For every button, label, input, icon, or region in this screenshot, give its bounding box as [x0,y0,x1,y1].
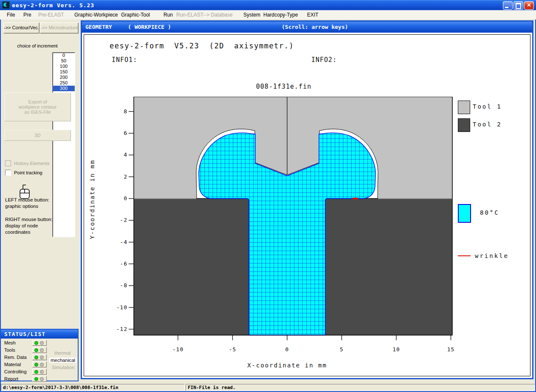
svg-text:-6: -6 [120,260,127,267]
info1-label: INFO1: [112,56,137,64]
status-led-button[interactable] [32,361,47,367]
svg-text:6: 6 [124,130,127,136]
increment-option-100[interactable]: 100 [53,64,75,69]
status-row-tools: Tools [1,347,48,354]
svg-text:4: 4 [124,151,127,158]
svg-text:10: 10 [392,346,400,353]
led-off-icon [40,341,44,345]
menu-item-run[interactable]: Run [164,12,173,18]
header-scroll-hint: (Scroll: arrow keys) [282,24,348,30]
status-row-mesh: Mesh [1,340,48,347]
simulation-plot[interactable]: 86420-2-4-6-8-10-12-10-5051015X-coordina… [115,97,454,372]
graphics-canvas-window: GEOMETRY ( WORKPIECE ) (Scroll: arrow ke… [81,20,533,379]
mouse-help-right: RIGHT mouse button: display of node coor… [5,216,53,235]
status-row-label: Mesh [4,340,16,345]
point-tracking-checkbox[interactable] [5,170,11,176]
status-row-controlling: Controlling [1,369,48,375]
header-geometry-label: GEOMETRY [85,24,112,30]
status-led-button[interactable] [32,340,47,346]
tab-microstructure[interactable]: ->> Microstructure [40,22,79,34]
status-row-material: Material [1,361,48,368]
status-led-button[interactable] [32,347,47,353]
threed-button[interactable]: 3D [4,130,71,141]
svg-text:0: 0 [124,195,127,202]
status-row-report: Report [1,376,48,383]
history-elements-label: History-Elements [14,161,50,166]
checkbox-row-history: History-Elements [5,160,50,166]
increment-label: choice of increment [0,43,75,48]
svg-text:2: 2 [124,174,127,180]
led-on-icon [34,341,38,345]
status-led-button[interactable] [32,369,47,375]
menu-item-pre[interactable]: Pre [23,12,31,18]
status-led-button[interactable] [32,354,47,360]
mode-thermal: thermal [54,350,71,356]
menu-item-hardcopy-type[interactable]: Hardcopy-Type [263,12,298,18]
menu-item-graphic-tool[interactable]: Graphic-Tool [121,12,150,18]
svg-text:5: 5 [340,346,344,353]
header-workpiece-label: ( WORKPIECE ) [128,24,171,30]
status-list-panel: STATUS/LIST MeshToolsRem. DataMaterialCo… [0,329,79,381]
status-row-rem-data: Rem. Data [1,354,48,361]
svg-text:-10: -10 [116,304,127,311]
canvas-body[interactable]: eesy-2-form V5.23 (2D axisymmetr.) INFO1… [82,33,532,378]
increment-listbox[interactable]: 050100150200250300 [52,52,75,237]
svg-text:-4: -4 [120,239,127,245]
temperature-swatch [458,204,471,223]
statusbar-file-path: d:\eesy-2-form\2017-3-3\008\008-1f31e.fi… [1,384,185,391]
status-row-label: Material [4,362,21,367]
svg-text:-5: -5 [229,346,237,353]
menu-item-exit[interactable]: EXIT [307,12,319,18]
status-panel-title[interactable]: STATUS/LIST [1,330,78,339]
legend-label-tool-1: Tool 1 [473,103,502,110]
history-elements-checkbox[interactable] [5,160,11,166]
menu-item-run-elast: Run-ELAST [176,12,203,18]
canvas-header: GEOMETRY ( WORKPIECE ) (Scroll: arrow ke… [82,22,532,33]
increment-option-0[interactable]: 0 [53,53,75,58]
legend-swatch-tool-2 [458,118,470,132]
info2-label: INFO2: [311,56,337,64]
close-button[interactable]: ✕ [524,1,534,10]
title-bar[interactable]: eesy-2-form Vers. 5.23 ✕ [0,0,536,10]
y-axis-label: Y-coordinate in mm [89,148,96,250]
status-row-label: Controlling [4,369,27,374]
status-rows: MeshToolsRem. DataMaterialControllingRep… [1,340,48,383]
maximize-button[interactable] [513,1,523,10]
wrinkle-legend-line [458,255,471,256]
tab-contour-vec[interactable]: ->> Contour/Vec. [3,22,39,34]
status-row-label: Report [4,376,18,381]
fin-file-label: 008-1f31e.fin [241,83,326,90]
maximize-icon [516,3,521,9]
mouse-help-left: LEFT mouse button: graphic options [5,197,49,210]
status-bar: d:\eesy-2-form\2017-3-3\008\008-1f31e.fi… [0,384,536,392]
status-row-label: Tools [4,347,15,353]
led-on-icon [34,363,38,367]
increment-option-50[interactable]: 50 [53,58,75,64]
point-tracking-label: Point tracking [14,170,42,175]
increment-option-300[interactable]: 300 [53,86,75,91]
led-on-icon [34,348,38,352]
status-led-button[interactable] [32,376,47,382]
led-off-icon [40,370,44,374]
led-off-icon [40,377,44,381]
led-off-icon [40,348,44,352]
checkbox-row-tracking: Point tracking [5,170,42,176]
svg-text:X-coordinate in mm: X-coordinate in mm [247,362,327,369]
menu-item-graphic-workpiece[interactable]: Graphic-Workpiece [74,12,118,18]
app-window: { "window": { "title": "eesy-2-form Vers… [0,0,536,392]
export-iges-button[interactable]: Export of workpiece contour as IGES-File [4,92,71,121]
led-on-icon [34,370,38,374]
minimize-button[interactable] [503,1,513,10]
mode-simulation: Simulation [52,365,75,370]
led-off-icon [40,356,44,359]
led-on-icon [34,356,38,359]
plot-title: eesy-2-form V5.23 (2D axisymmetr.) [110,42,294,50]
menu-item-file[interactable]: File [7,12,15,18]
legend-swatch-tool-1 [458,101,470,114]
menu-bar: FilePrePre-ELASTGraphic-WorkpieceGraphic… [0,10,536,20]
svg-text:15: 15 [447,346,454,353]
increment-option-200[interactable]: 200 [53,75,75,80]
increment-option-150[interactable]: 150 [53,69,75,75]
menu-item-system[interactable]: System [243,12,260,18]
increment-option-250[interactable]: 250 [53,80,75,86]
